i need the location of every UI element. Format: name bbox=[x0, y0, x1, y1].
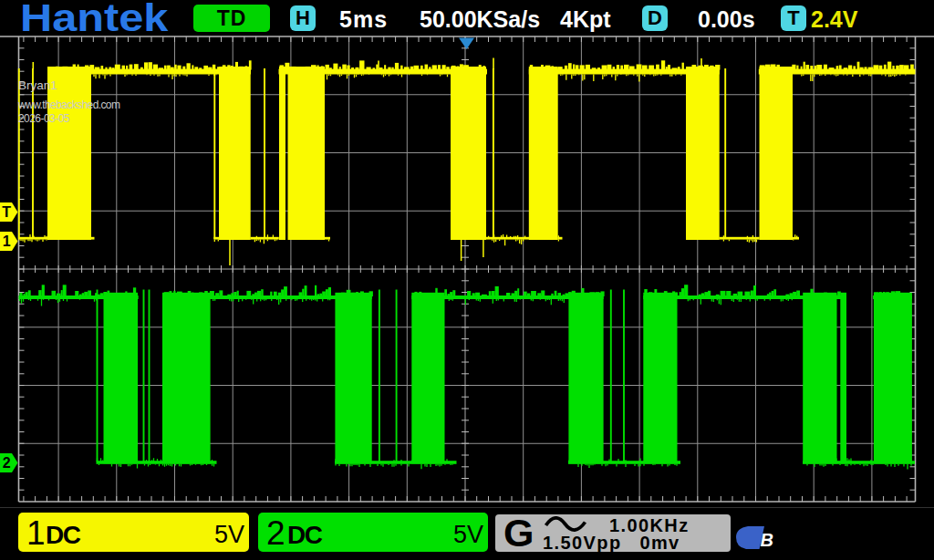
svg-text:2: 2 bbox=[3, 455, 11, 471]
svg-text:T: T bbox=[2, 204, 11, 220]
svg-text:1: 1 bbox=[3, 233, 11, 249]
svg-text:B: B bbox=[761, 530, 773, 550]
